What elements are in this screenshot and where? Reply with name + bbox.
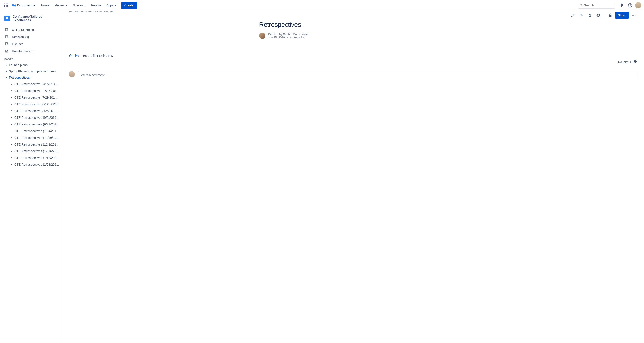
shortcut-label: Decision log bbox=[12, 35, 29, 39]
shortcut-link-icon bbox=[4, 42, 9, 46]
svg-rect-6 bbox=[4, 6, 5, 7]
shortcut-how-to[interactable]: How-to articles bbox=[0, 48, 62, 55]
retro-child-label: CTE Retrospectives (1/28/202... bbox=[14, 163, 59, 166]
like-label: Like bbox=[73, 54, 79, 58]
retro-child-item[interactable]: CTE Retrospective (8/26/2019 ... bbox=[0, 108, 62, 114]
space-header[interactable]: Confluence Tailored Experiences bbox=[0, 14, 62, 24]
edit-icon[interactable] bbox=[569, 12, 576, 19]
svg-rect-2 bbox=[8, 3, 8, 4]
retro-child-label: CTE Retrospectives (1/13/2020... bbox=[14, 156, 60, 160]
chevron-right-icon[interactable] bbox=[5, 64, 8, 66]
retro-child-item[interactable]: CTE Retrospective (7/29/2018 ... bbox=[0, 94, 62, 101]
app-switcher-icon[interactable] bbox=[3, 2, 10, 9]
star-icon[interactable] bbox=[586, 12, 594, 19]
shortcut-label: CTE Jira Project bbox=[12, 28, 35, 32]
nav-spaces[interactable]: Spaces bbox=[70, 2, 88, 8]
nav-recent[interactable]: Recent bbox=[52, 2, 70, 8]
bullet-icon bbox=[11, 151, 12, 152]
profile-avatar[interactable] bbox=[635, 2, 641, 8]
nav-apps-label: Apps bbox=[106, 4, 114, 7]
retro-child-item[interactable]: CTE Retrospectives (1/13/2020... bbox=[0, 154, 62, 161]
like-button[interactable]: Like bbox=[69, 54, 79, 58]
current-user-avatar[interactable] bbox=[69, 71, 75, 77]
notifications-icon[interactable] bbox=[618, 2, 625, 9]
share-button[interactable]: Share bbox=[615, 12, 629, 18]
tree-label: Retrospectives bbox=[9, 76, 30, 80]
retro-child-label: CTE Retrospectives (9/23/201... bbox=[14, 122, 59, 126]
nav-home-label: Home bbox=[41, 4, 50, 7]
retro-child-item[interactable]: CTE Retrospectives (11/19/201... bbox=[0, 134, 62, 141]
retro-child-label: CTE Retrospectives (12/2/2019... bbox=[14, 143, 60, 146]
retro-child-item[interactable]: CTE Retrospectives (9/9/2019 ... bbox=[0, 114, 62, 121]
svg-rect-3 bbox=[4, 5, 5, 6]
nav-apps[interactable]: Apps bbox=[104, 2, 118, 8]
nav-people[interactable]: People bbox=[89, 2, 103, 8]
nav-spaces-label: Spaces bbox=[73, 4, 83, 7]
retro-child-item[interactable]: CTE Retrospectives (12/2/2019... bbox=[0, 141, 62, 148]
chevron-down-icon bbox=[84, 5, 86, 6]
divider bbox=[4, 24, 57, 25]
bullet-icon bbox=[11, 84, 12, 84]
chevron-down-icon[interactable] bbox=[5, 77, 8, 78]
header-right-icons: ? bbox=[618, 2, 641, 9]
tree-sprint-planning[interactable]: Sprint Planning and product meeti... bbox=[0, 68, 62, 74]
labels-row: No labels bbox=[62, 58, 644, 64]
retro-child-item[interactable]: CTE Retrospectives (9/23/201... bbox=[0, 121, 62, 128]
space-icon bbox=[4, 16, 10, 21]
retro-child-label: CTE Retrospective (8/26/2019 ... bbox=[14, 109, 60, 113]
chevron-right-icon[interactable] bbox=[5, 70, 8, 72]
nav-recent-label: Recent bbox=[55, 4, 64, 7]
search-input[interactable] bbox=[584, 4, 613, 7]
bullet-icon bbox=[11, 110, 12, 111]
svg-point-24 bbox=[634, 15, 635, 16]
sidebar: Confluence Tailored Experiences CTE Jira… bbox=[0, 11, 62, 343]
search-box[interactable] bbox=[578, 2, 616, 9]
retro-child-item[interactable]: CTE Retrospectives (11/4/2019... bbox=[0, 128, 62, 134]
svg-line-10 bbox=[582, 6, 582, 6]
retro-child-item[interactable]: CTE Retrospectives (1/28/202... bbox=[0, 161, 62, 168]
tree-launch-plans[interactable]: Launch plans bbox=[0, 62, 62, 68]
shortcut-decision-log[interactable]: Decision log bbox=[0, 33, 62, 40]
comment-icon[interactable] bbox=[578, 12, 585, 19]
bullet-icon bbox=[11, 97, 12, 98]
svg-rect-14 bbox=[6, 17, 8, 18]
create-button[interactable]: Create bbox=[121, 2, 137, 9]
page-date: Jun 25, 2019 bbox=[268, 36, 285, 39]
breadcrumb: Confluence Tailored Experiences bbox=[62, 11, 644, 12]
retro-children-list: CTE Retrospective (7/1/2019 - ...CTE Ret… bbox=[0, 81, 62, 168]
retro-child-label: CTE Retrospectives (12/16/201... bbox=[14, 149, 60, 153]
tree-retrospectives[interactable]: Retrospectives bbox=[0, 74, 62, 81]
retro-child-item[interactable]: CTE Retrospective (7/1/2019 - ... bbox=[0, 81, 62, 88]
retro-child-item[interactable]: CTE Retrospective - (7/14/201... bbox=[0, 88, 62, 94]
watch-icon[interactable] bbox=[595, 12, 602, 19]
comment-input[interactable]: Write a comment... bbox=[78, 71, 637, 79]
svg-rect-8 bbox=[8, 6, 8, 7]
bullet-icon bbox=[11, 130, 12, 132]
nav-home[interactable]: Home bbox=[39, 2, 52, 8]
shortcut-cte-jira[interactable]: CTE Jira Project bbox=[0, 26, 62, 33]
retro-child-label: CTE Retrospective (8/12 - 8/25) bbox=[14, 102, 58, 106]
breadcrumb-space[interactable]: Confluence Tailored Experiences bbox=[69, 11, 114, 12]
pages-section-label: PAGES bbox=[0, 55, 62, 62]
more-actions-icon[interactable] bbox=[630, 12, 637, 19]
svg-rect-0 bbox=[4, 3, 5, 4]
help-icon[interactable]: ? bbox=[626, 2, 634, 9]
retro-child-label: CTE Retrospectives (11/4/2019... bbox=[14, 129, 60, 133]
add-label-icon[interactable] bbox=[633, 60, 637, 64]
analytics-link[interactable]: Analytics bbox=[289, 36, 305, 39]
retro-child-item[interactable]: CTE Retrospectives (12/16/201... bbox=[0, 148, 62, 154]
svg-point-23 bbox=[633, 15, 634, 16]
author-name[interactable]: Sridhar Sreenivasan bbox=[283, 32, 310, 36]
retro-child-item[interactable]: CTE Retrospective (8/12 - 8/25) bbox=[0, 101, 62, 108]
byline: Created by Sridhar Sreenivasan Jun 25, 2… bbox=[259, 32, 447, 39]
analytics-label: Analytics bbox=[293, 36, 305, 39]
shortcut-file-lists[interactable]: File lists bbox=[0, 40, 62, 48]
author-avatar[interactable] bbox=[259, 33, 266, 39]
svg-rect-5 bbox=[8, 5, 8, 6]
retro-child-label: CTE Retrospective (7/29/2018 ... bbox=[14, 96, 60, 99]
retro-child-label: CTE Retrospective - (7/14/201... bbox=[14, 89, 59, 92]
confluence-logo[interactable]: Confluence bbox=[11, 3, 36, 8]
bullet-icon bbox=[11, 137, 12, 138]
restrictions-icon[interactable] bbox=[607, 12, 614, 19]
bullet-icon bbox=[11, 90, 12, 91]
